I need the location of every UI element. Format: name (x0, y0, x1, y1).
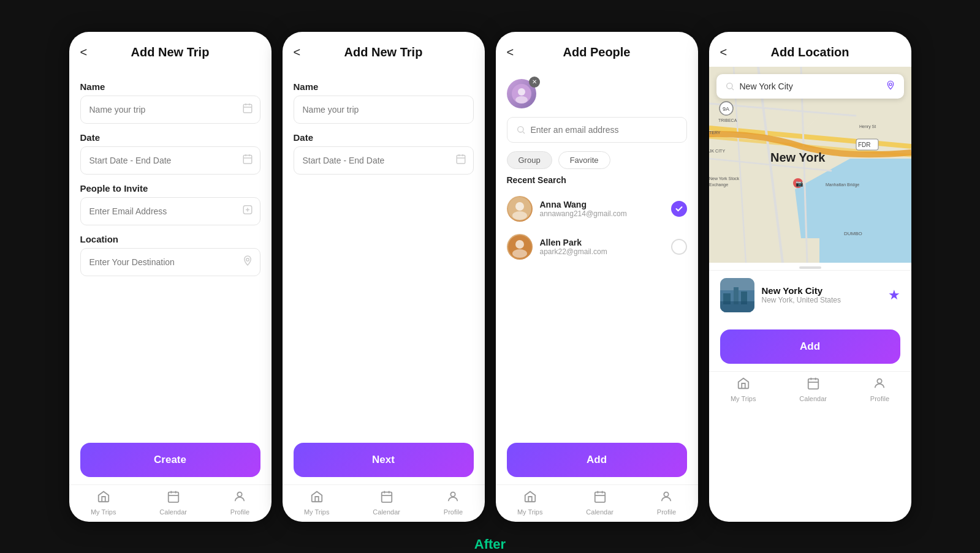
nav-item-my-trips[interactable]: My Trips (731, 377, 756, 402)
svg-text:FDR: FDR (858, 141, 871, 148)
input-1[interactable] (80, 146, 260, 175)
location-sub: New York, United States (762, 296, 881, 304)
nav-icon-calendar (807, 377, 820, 394)
input-wrapper-0 (294, 96, 474, 124)
svg-text:📷: 📷 (796, 179, 803, 187)
contact-avatar-1 (507, 234, 533, 260)
location-info: New York City New York, United States (762, 285, 881, 304)
svg-point-25 (451, 492, 455, 496)
contact-row-0[interactable]: Anna Wang annawang214@gmail.com (507, 190, 687, 228)
field-label-1: Date (80, 132, 260, 143)
input-icon-3 (242, 255, 253, 269)
nav-item-my-trips[interactable]: My Trips (517, 490, 543, 516)
svg-text:JK CITY: JK CITY (709, 149, 725, 153)
nav-item-profile[interactable]: Profile (870, 377, 889, 402)
field-label-0: Name (80, 81, 260, 92)
email-input[interactable] (531, 125, 678, 135)
input-icon-2 (242, 204, 253, 218)
svg-point-28 (515, 96, 528, 103)
svg-rect-0 (243, 104, 252, 113)
screen-header: < Add New Trip (69, 32, 272, 67)
nav-label: My Trips (517, 508, 543, 516)
chip-favorite[interactable]: Favorite (558, 151, 610, 169)
nav-label: Calendar (586, 508, 613, 516)
screen-add-location: < Add Location (709, 32, 911, 522)
nav-icon-calendar (167, 490, 180, 507)
avatar-remove-button[interactable]: ✕ (529, 77, 540, 88)
screen-add-people: < Add People ✕ GroupFavorite Recent Sear… (496, 32, 698, 522)
map-search-input[interactable] (740, 81, 881, 91)
back-button[interactable]: < (80, 45, 88, 59)
nav-label: Calendar (799, 395, 827, 402)
svg-text:Exchange: Exchange (709, 182, 728, 187)
email-search-bar (507, 117, 687, 143)
nav-item-profile[interactable]: Profile (444, 490, 463, 516)
back-button[interactable]: < (720, 45, 727, 59)
nav-item-calendar[interactable]: Calendar (159, 490, 187, 516)
drag-indicator (799, 266, 821, 269)
nav-item-my-trips[interactable]: My Trips (304, 490, 330, 516)
nav-item-calendar[interactable]: Calendar (586, 490, 613, 516)
input-0[interactable] (294, 96, 474, 124)
chip-group[interactable]: Group (507, 151, 552, 169)
input-wrapper-0 (80, 96, 260, 124)
contact-radio-0[interactable] (671, 201, 687, 217)
svg-point-88 (878, 378, 882, 383)
map-search-bar (716, 74, 904, 99)
add-button[interactable]: Add (507, 443, 687, 477)
svg-point-16 (238, 492, 242, 496)
input-3[interactable] (80, 248, 260, 276)
nav-icon-my-trips (523, 490, 537, 507)
screen-content: ✕ GroupFavorite Recent Search Anna Wang … (496, 67, 698, 433)
screen-header: < Add New Trip (283, 32, 485, 67)
svg-point-32 (515, 202, 524, 211)
next-button[interactable]: Next (294, 443, 474, 477)
input-0[interactable] (80, 96, 260, 124)
svg-point-29 (517, 126, 523, 132)
nav-icon-calendar (380, 490, 393, 507)
nav-icon-profile (659, 490, 673, 507)
nav-item-calendar[interactable]: Calendar (373, 490, 400, 516)
input-1[interactable] (294, 146, 474, 175)
bottom-nav: My Trips Calendar Profile (69, 484, 272, 522)
nav-item-my-trips[interactable]: My Trips (91, 490, 116, 516)
contact-email-0: annawang214@gmail.com (540, 209, 664, 218)
bottom-nav: My Trips Calendar Profile (709, 371, 911, 408)
svg-rect-21 (381, 492, 392, 502)
recent-search-title: Recent Search (507, 175, 687, 185)
input-icon-1 (242, 153, 253, 167)
input-2[interactable] (80, 197, 260, 225)
svg-rect-84 (808, 378, 818, 389)
svg-point-27 (518, 88, 525, 96)
nav-label: My Trips (91, 508, 116, 516)
location-name: New York City (762, 285, 881, 296)
svg-rect-4 (243, 155, 252, 164)
nav-item-profile[interactable]: Profile (230, 490, 249, 516)
back-button[interactable]: < (294, 45, 301, 59)
location-card[interactable]: New York City New York, United States ★ (709, 270, 911, 320)
input-icon-0 (242, 102, 253, 116)
screen-header: < Add People (496, 32, 698, 67)
screen-content: Name Date (283, 67, 485, 433)
favorite-star-icon[interactable]: ★ (888, 287, 900, 303)
screen-add-new-trip-2: < Add New Trip Name Date Next (283, 32, 485, 522)
nav-item-profile[interactable]: Profile (657, 490, 676, 516)
filter-chips: GroupFavorite (507, 151, 687, 169)
svg-rect-37 (594, 492, 605, 502)
svg-point-36 (512, 249, 527, 258)
add-location-button[interactable]: Add (720, 329, 900, 364)
screen-title: Add New Trip (131, 45, 210, 59)
contact-row-1[interactable]: Allen Park apark22@gmail.com (507, 228, 687, 266)
nav-item-calendar[interactable]: Calendar (799, 377, 827, 402)
svg-rect-83 (720, 301, 754, 312)
contact-info-0: Anna Wang annawang214@gmail.com (540, 200, 664, 218)
contact-radio-1[interactable] (671, 239, 687, 255)
screen-title: Add People (563, 45, 630, 59)
screen-content: Name Date People to Invite Location (69, 67, 272, 433)
map-container: New York 9A FDR LITTLE ITALY CHINATOWN L… (709, 67, 911, 263)
selected-avatar: ✕ (507, 79, 537, 110)
svg-rect-17 (457, 155, 465, 164)
nav-icon-profile (873, 377, 886, 394)
back-button[interactable]: < (507, 45, 514, 59)
create-button[interactable]: Create (80, 443, 260, 477)
